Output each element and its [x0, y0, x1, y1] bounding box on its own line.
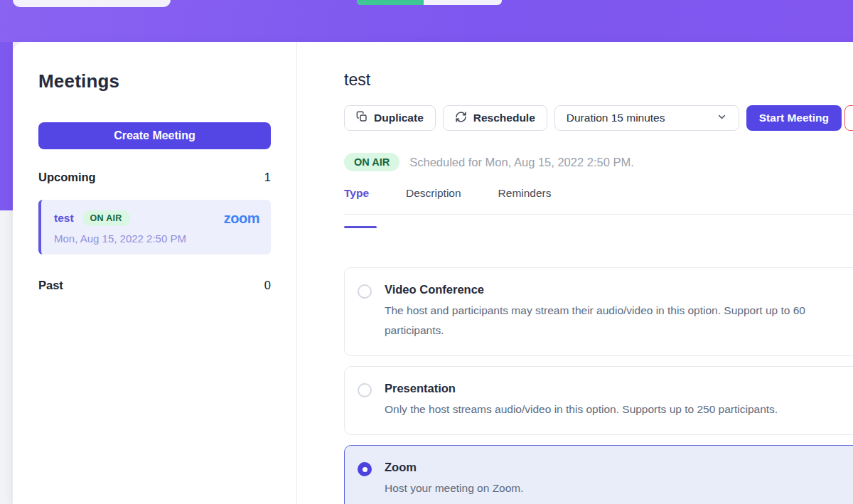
refresh-icon — [455, 111, 467, 126]
meetings-sidebar: Meetings Create Meeting Upcoming 1 test … — [13, 42, 297, 504]
scheduled-text: Scheduled for Mon, Aug 15, 2022 2:50 PM. — [409, 156, 634, 169]
on-air-badge: ON AIR — [82, 210, 130, 226]
option-presentation[interactable]: Presentation Only the host streams audio… — [344, 366, 853, 435]
cutoff-progress-bar — [357, 0, 502, 5]
option-content: Zoom Host your meeting on Zoom. — [385, 461, 524, 498]
option-description: Only the host streams audio/video in thi… — [385, 400, 778, 419]
tab-type[interactable]: Type — [344, 187, 369, 214]
meeting-list-item[interactable]: test ON AIR zoom Mon, Aug 15, 2022 2:50 … — [38, 200, 271, 254]
meeting-type-options: Video Conference The host and participan… — [344, 267, 853, 504]
reschedule-button[interactable]: Reschedule — [443, 105, 547, 131]
radio-unchecked-icon[interactable] — [358, 383, 372, 397]
duration-value: Duration 15 minutes — [567, 112, 665, 124]
duration-select[interactable]: Duration 15 minutes — [554, 105, 739, 131]
option-video-conference[interactable]: Video Conference The host and participan… — [344, 267, 853, 356]
option-title: Video Conference — [385, 283, 853, 296]
upcoming-label: Upcoming — [38, 171, 96, 184]
toolbar: Duplicate Reschedule Duration 15 m — [344, 105, 842, 131]
duplicate-button[interactable]: Duplicate — [344, 105, 436, 131]
copy-icon — [356, 111, 368, 125]
past-label: Past — [38, 279, 63, 292]
start-meeting-button[interactable]: Start Meeting — [746, 105, 842, 131]
upcoming-count: 1 — [264, 171, 271, 184]
option-title: Zoom — [385, 461, 524, 474]
danger-action-button-cutoff[interactable] — [844, 105, 853, 131]
app-viewport: Meetings Create Meeting Upcoming 1 test … — [0, 0, 853, 504]
zoom-logo: zoom — [224, 211, 259, 225]
detail-tabs: Type Description Reminders — [344, 187, 853, 215]
meeting-name: test — [54, 212, 74, 225]
option-description: Host your meeting on Zoom. — [385, 478, 524, 498]
radio-checked-icon[interactable] — [358, 462, 372, 476]
on-air-status-badge: ON AIR — [344, 153, 399, 171]
radio-unchecked-icon[interactable] — [358, 284, 372, 299]
option-description: The host and participants may stream the… — [385, 301, 853, 341]
meeting-title: test — [344, 70, 370, 90]
cutoff-toast-card — [13, 0, 171, 7]
meeting-detail-pane: test Duplicate — [297, 42, 853, 504]
meeting-item-header: test ON AIR zoom — [54, 210, 259, 226]
past-count: 0 — [264, 279, 271, 292]
tab-reminders[interactable]: Reminders — [498, 187, 552, 214]
option-zoom[interactable]: Zoom Host your meeting on Zoom. — [344, 445, 853, 504]
status-row: ON AIR Scheduled for Mon, Aug 15, 2022 2… — [344, 153, 634, 171]
tab-description[interactable]: Description — [406, 187, 461, 214]
upcoming-section-header: Upcoming 1 — [38, 171, 271, 184]
duplicate-label: Duplicate — [374, 112, 424, 124]
meeting-datetime: Mon, Aug 15, 2022 2:50 PM — [54, 232, 259, 245]
sidebar-title: Meetings — [38, 70, 271, 92]
progress-fill — [357, 0, 424, 5]
content-card: Meetings Create Meeting Upcoming 1 test … — [13, 42, 853, 504]
option-content: Video Conference The host and participan… — [385, 283, 853, 341]
option-content: Presentation Only the host streams audio… — [385, 382, 778, 419]
reschedule-label: Reschedule — [473, 112, 535, 124]
past-section-header: Past 0 — [38, 279, 271, 292]
create-meeting-button[interactable]: Create Meeting — [38, 122, 271, 149]
option-title: Presentation — [385, 382, 778, 395]
left-purple-strip — [0, 42, 13, 210]
chevron-down-icon — [717, 112, 727, 125]
